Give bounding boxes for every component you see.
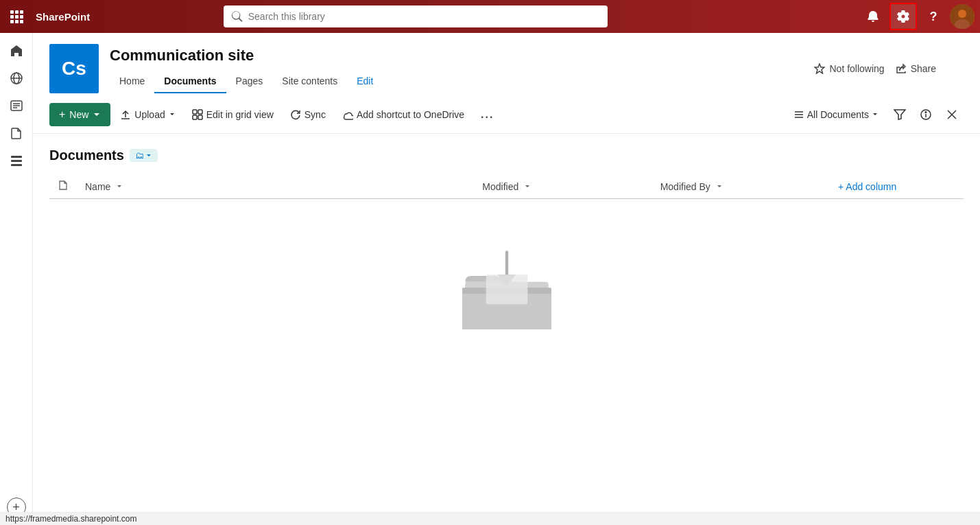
svg-rect-32 xyxy=(486,275,527,304)
svg-point-1 xyxy=(958,10,966,18)
empty-state xyxy=(49,199,964,357)
share-icon xyxy=(896,63,907,74)
sidebar-item-news[interactable] xyxy=(4,93,29,118)
nav-pages[interactable]: Pages xyxy=(226,70,273,93)
site-info: Communication site Home Documents Pages … xyxy=(110,44,383,93)
filter-icon xyxy=(894,108,906,121)
help-button[interactable]: ? xyxy=(920,3,947,30)
svg-rect-18 xyxy=(193,115,197,119)
more-button[interactable]: ... xyxy=(474,104,501,125)
main-content: Cs Communication site Home Documents Pag… xyxy=(33,33,980,525)
chevron-down-badge-icon xyxy=(145,152,152,159)
empty-folder-illustration xyxy=(452,240,562,329)
site-nav: Home Documents Pages Site contents Edit xyxy=(110,70,383,93)
doc-view-badge[interactable]: 🗂 xyxy=(130,149,158,162)
waffle-menu[interactable] xyxy=(0,0,33,33)
star-icon xyxy=(814,63,825,74)
settings-button[interactable] xyxy=(889,3,917,30)
svg-rect-12 xyxy=(11,164,22,166)
top-nav: SharePoint ? xyxy=(0,0,980,33)
svg-rect-16 xyxy=(193,110,197,114)
sync-icon xyxy=(290,109,301,120)
upload-icon xyxy=(120,109,131,120)
chevron-down-modby-icon xyxy=(716,183,723,190)
status-url: https://framedmedia.sharepoint.com xyxy=(5,514,136,524)
file-icon xyxy=(10,126,23,140)
svg-marker-13 xyxy=(815,64,824,73)
doc-table: Name Modified Modified By xyxy=(49,174,964,199)
nav-edit[interactable]: Edit xyxy=(347,70,383,93)
avatar-image xyxy=(950,4,975,29)
waffle-icon xyxy=(10,10,23,23)
nav-icons: ? xyxy=(859,3,980,30)
site-logo: Cs xyxy=(49,44,99,93)
site-header-left: Cs Communication site Home Documents Pag… xyxy=(49,44,383,93)
th-add-column[interactable]: + Add column xyxy=(830,174,964,199)
chevron-down-icon xyxy=(93,110,101,119)
view-selector[interactable]: All Documents xyxy=(787,105,885,124)
chevron-down-name-icon xyxy=(116,183,123,190)
news-icon xyxy=(10,99,23,113)
nav-home[interactable]: Home xyxy=(110,70,154,93)
chevron-down-view-icon xyxy=(872,111,879,118)
upload-button[interactable]: Upload xyxy=(113,105,182,124)
info-icon xyxy=(920,108,932,121)
share-button[interactable]: Share xyxy=(896,63,936,74)
search-input[interactable] xyxy=(248,11,600,22)
svg-marker-23 xyxy=(894,110,905,119)
notification-button[interactable] xyxy=(859,3,887,30)
info-button[interactable] xyxy=(914,104,937,125)
site-title: Communication site xyxy=(110,47,383,65)
svg-point-26 xyxy=(925,112,927,113)
sidebar-item-home[interactable] xyxy=(4,38,29,63)
main-layout: + Cs Communication site Home Documents P… xyxy=(0,33,980,525)
search-icon xyxy=(232,11,242,22)
edit-columns-button[interactable] xyxy=(940,104,964,125)
nav-site-contents[interactable]: Site contents xyxy=(272,70,347,93)
onedrive-icon xyxy=(342,109,353,120)
th-modified[interactable]: Modified xyxy=(474,174,652,199)
view-list-icon xyxy=(793,109,804,120)
svg-rect-19 xyxy=(198,115,202,119)
not-following-button[interactable]: Not following xyxy=(814,63,884,74)
svg-rect-11 xyxy=(11,160,22,162)
edit-grid-button[interactable]: Edit in grid view xyxy=(185,105,280,124)
th-modified-by[interactable]: Modified By xyxy=(652,174,830,199)
svg-rect-10 xyxy=(11,156,22,158)
file-type-icon xyxy=(58,180,69,191)
site-header: Cs Communication site Home Documents Pag… xyxy=(33,33,980,93)
sidebar-item-sites[interactable] xyxy=(4,66,29,91)
lists-icon xyxy=(10,154,23,167)
globe-icon xyxy=(10,71,23,85)
toolbar: + New Upload xyxy=(33,96,980,134)
grid-icon xyxy=(192,109,203,120)
filter-button[interactable] xyxy=(888,104,911,125)
doc-area: Documents 🗂 xyxy=(33,134,980,525)
add-shortcut-button[interactable]: Add shortcut to OneDrive xyxy=(335,105,471,124)
doc-title-row: Documents 🗂 xyxy=(49,148,964,163)
chevron-down-upload-icon xyxy=(169,111,176,118)
chevron-down-mod-icon xyxy=(524,183,531,190)
notification-icon xyxy=(866,10,880,23)
status-bar: https://framedmedia.sharepoint.com xyxy=(0,512,980,525)
nav-documents[interactable]: Documents xyxy=(154,70,226,93)
gear-icon xyxy=(896,10,910,23)
sidebar-item-files[interactable] xyxy=(4,121,29,145)
help-icon: ? xyxy=(929,10,937,24)
sidebar-item-lists[interactable] xyxy=(4,148,29,173)
user-avatar[interactable] xyxy=(950,4,975,29)
doc-title: Documents xyxy=(49,148,124,163)
sync-button[interactable]: Sync xyxy=(283,105,333,124)
app-logo: SharePoint xyxy=(33,11,98,23)
site-header-right: Not following Share xyxy=(814,63,964,74)
new-button[interactable]: + New xyxy=(49,103,110,126)
search-bar xyxy=(224,5,608,27)
plus-new-icon: + xyxy=(59,108,65,121)
sidebar: + xyxy=(0,33,33,525)
home-icon xyxy=(10,44,23,58)
toolbar-right: All Documents xyxy=(787,104,964,125)
svg-rect-17 xyxy=(198,110,202,114)
resize-icon xyxy=(946,108,958,121)
th-checkbox[interactable] xyxy=(49,174,77,199)
th-name[interactable]: Name xyxy=(77,174,474,199)
